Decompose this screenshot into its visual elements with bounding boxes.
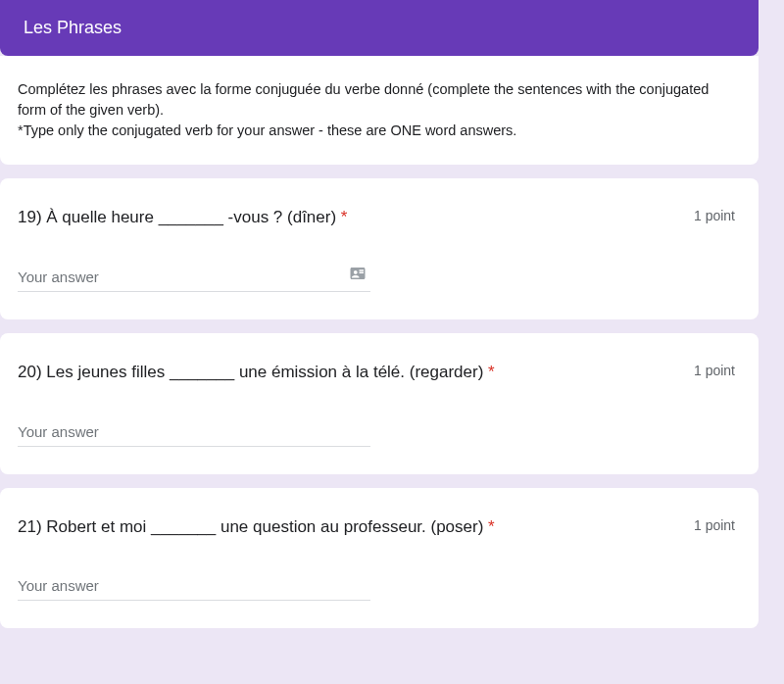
instructions-line-2: *Type only the conjugated verb for your …: [18, 121, 735, 141]
question-card-19: 19) À quelle heure _______ -vous ? (dîne…: [0, 178, 759, 319]
question-row: 21) Robert et moi _______ une question a…: [18, 515, 735, 539]
question-prompt: 19) À quelle heure _______ -vous ? (dîne…: [18, 208, 336, 226]
question-row: 19) À quelle heure _______ -vous ? (dîne…: [18, 206, 735, 229]
instructions-line-1: Complétez les phrases avec la forme conj…: [18, 79, 735, 121]
answer-input[interactable]: [18, 573, 370, 601]
question-card-20: 20) Les jeunes filles _______ une émissi…: [0, 333, 759, 474]
answer-field-wrap: [18, 573, 370, 601]
question-prompt: 21) Robert et moi _______ une question a…: [18, 517, 483, 536]
points-label: 1 point: [694, 206, 735, 223]
required-indicator: *: [488, 517, 495, 536]
answer-field-wrap: [18, 265, 370, 292]
question-text: 19) À quelle heure _______ -vous ? (dîne…: [18, 206, 678, 229]
points-label: 1 point: [694, 515, 735, 533]
points-label: 1 point: [694, 361, 735, 378]
answer-field-wrap: [18, 419, 370, 447]
question-prompt: 20) Les jeunes filles _______ une émissi…: [18, 363, 483, 381]
question-row: 20) Les jeunes filles _______ une émissi…: [18, 361, 735, 384]
answer-input[interactable]: [18, 419, 370, 447]
required-indicator: *: [488, 363, 495, 381]
required-indicator: *: [341, 208, 348, 226]
question-text: 21) Robert et moi _______ une question a…: [18, 515, 678, 539]
section-title: Les Phrases: [24, 18, 735, 38]
question-card-21: 21) Robert et moi _______ une question a…: [0, 488, 759, 629]
section-header: Les Phrases: [0, 0, 759, 56]
autofill-contact-icon: [347, 265, 368, 282]
question-text: 20) Les jeunes filles _______ une émissi…: [18, 361, 678, 384]
instructions-card: Complétez les phrases avec la forme conj…: [0, 56, 759, 165]
form-container: Les Phrases Complétez les phrases avec l…: [0, 0, 759, 628]
answer-input[interactable]: [18, 265, 370, 292]
